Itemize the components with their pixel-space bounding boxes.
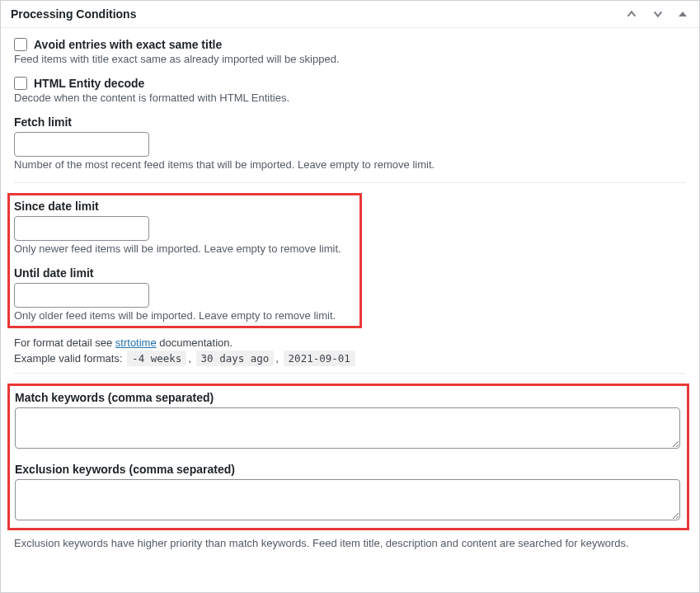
example-label: Example valid formats: <box>14 352 125 365</box>
format-suffix: documentation. <box>157 337 233 349</box>
strtotime-link[interactable]: strtotime <box>115 337 157 349</box>
exclusion-keywords-label: Exclusion keywords (comma separated) <box>15 463 680 476</box>
avoid-same-title-desc: Feed items with title exact same as alre… <box>14 53 686 65</box>
avoid-same-title-label[interactable]: Avoid entries with exact same title <box>34 38 222 51</box>
fetch-limit-desc: Number of the most recent feed items tha… <box>14 158 686 171</box>
format-detail-line: For format detail see strtotime document… <box>14 337 686 349</box>
html-entity-decode-checkbox[interactable] <box>14 77 27 90</box>
panel-controls <box>623 7 689 21</box>
since-date-input[interactable] <box>14 216 149 241</box>
html-entity-decode-label[interactable]: HTML Entity decode <box>34 77 144 90</box>
fetch-limit-field: Fetch limit Number of the most recent fe… <box>14 115 686 171</box>
since-date-field: Since date limit Only newer feed items w… <box>14 200 355 255</box>
html-entity-decode-field: HTML Entity decode Decode when the conte… <box>14 77 686 104</box>
match-keywords-label: Match keywords (comma separated) <box>15 391 680 404</box>
since-date-desc: Only newer feed items will be imported. … <box>14 242 355 255</box>
example-chip-2: 30 days ago <box>196 351 275 366</box>
divider <box>14 373 686 374</box>
panel-title: Processing Conditions <box>11 7 136 21</box>
move-up-button[interactable] <box>623 7 640 21</box>
keywords-highlight: Match keywords (comma separated) Exclusi… <box>7 384 689 530</box>
date-limits-highlight: Since date limit Only newer feed items w… <box>7 193 362 328</box>
exclusion-keywords-textarea[interactable] <box>15 479 680 520</box>
since-date-label: Since date limit <box>14 200 355 213</box>
until-date-input[interactable] <box>14 283 149 308</box>
processing-conditions-panel: Processing Conditions Avoid entries with… <box>0 0 700 593</box>
triangle-up-icon <box>678 9 688 19</box>
keywords-priority-note: Exclusion keywords have higher priority … <box>14 537 686 549</box>
match-keywords-field: Match keywords (comma separated) <box>15 391 680 451</box>
panel-body: Avoid entries with exact same title Feed… <box>1 28 699 559</box>
move-down-button[interactable] <box>650 7 666 21</box>
example-chip-1: -4 weeks <box>127 351 186 366</box>
match-keywords-textarea[interactable] <box>15 407 680 449</box>
until-date-field: Until date limit Only older feed items w… <box>14 266 355 322</box>
divider <box>14 182 686 183</box>
fetch-limit-input[interactable] <box>14 132 149 157</box>
chevron-up-icon <box>625 8 638 20</box>
panel-header: Processing Conditions <box>1 1 699 28</box>
fetch-limit-label: Fetch limit <box>14 115 686 129</box>
exclusion-keywords-field: Exclusion keywords (comma separated) <box>15 463 680 523</box>
toggle-collapse-button[interactable] <box>676 7 689 21</box>
avoid-same-title-field: Avoid entries with exact same title Feed… <box>14 38 686 65</box>
html-entity-decode-desc: Decode when the content is formatted wit… <box>14 92 686 104</box>
example-chip-3: 2021-09-01 <box>284 351 355 366</box>
until-date-desc: Only older feed items will be imported. … <box>14 309 355 322</box>
until-date-label: Until date limit <box>14 266 355 280</box>
format-prefix: For format detail see <box>14 337 115 349</box>
format-example-line: Example valid formats: -4 weeks, 30 days… <box>14 352 686 365</box>
avoid-same-title-checkbox[interactable] <box>14 38 27 51</box>
chevron-down-icon <box>651 8 665 20</box>
